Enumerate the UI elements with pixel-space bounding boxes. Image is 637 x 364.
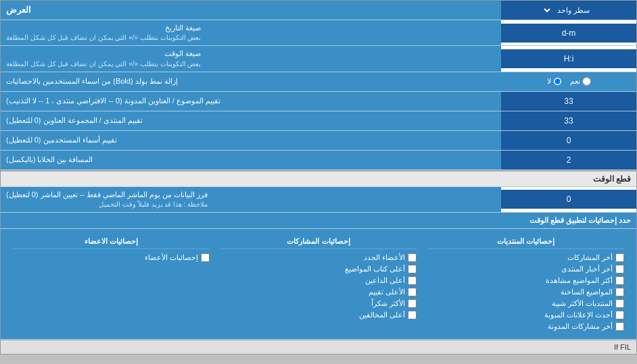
top-online-label[interactable]: أعلى الداعين: [365, 276, 405, 285]
time-format-row: صيغة الوقت بعض التكوينات يتطلب «/» التي …: [1, 46, 636, 72]
time-format-main-label: صيغة الوقت: [6, 49, 201, 59]
list-item: أكثر المواضيع مشاهدة: [427, 275, 624, 286]
list-item: أخر أخبار المنتدى: [427, 263, 624, 275]
bold-radio-section: نعم لا: [501, 72, 636, 91]
stats-members-label[interactable]: إحصائيات الأعضاء: [145, 253, 198, 262]
top-posters-checkbox[interactable]: [408, 265, 417, 274]
time-format-label: صيغة الوقت بعض التكوينات يتطلب «/» التي …: [1, 46, 501, 71]
topic-order-input-wrapper[interactable]: [501, 92, 636, 111]
forum-news-checkbox[interactable]: [615, 265, 624, 274]
bold-no-text: لا: [547, 77, 551, 86]
top-rated-label[interactable]: الأعلى تقييم: [369, 288, 405, 296]
time-format-input-wrapper[interactable]: [501, 49, 636, 68]
cutoff-input[interactable]: [504, 194, 634, 204]
col1-header: إحصائيات المنتديات: [427, 236, 624, 249]
cell-spacing-input-wrapper[interactable]: [501, 151, 636, 170]
list-item: أعلى كتاب المواضيع: [220, 263, 417, 275]
bold-radio-no-label[interactable]: لا: [547, 77, 562, 86]
cutoff-main-label: فرز البيانات من يوم الماشر الماضي فقط --…: [6, 190, 208, 200]
topic-order-input[interactable]: [504, 97, 634, 106]
new-members-checkbox[interactable]: [408, 253, 417, 262]
checkbox-grid: إحصائيات المنتديات أخر المشاركات أخر أخب…: [7, 233, 630, 335]
top-ignored-label[interactable]: أعلى المخالفين: [359, 311, 405, 319]
time-format-input[interactable]: [504, 54, 634, 63]
user-order-row: تقييم أسماء المستخدمين (0 للتعطيل): [1, 131, 636, 151]
list-item: المنتديات الأكثر شبية: [427, 298, 624, 309]
list-item: الأكثر شكراً: [220, 298, 417, 309]
forum-news-label[interactable]: أخر أخبار المنتدى: [561, 265, 613, 274]
footer-text: If FIL: [1, 340, 636, 354]
cutoff-input-wrapper[interactable]: [501, 190, 636, 209]
display-select[interactable]: سطر واحد سطرين ثلاثة أسطر: [542, 5, 595, 16]
list-item: أعلى الداعين: [220, 275, 417, 286]
cutoff-label: فرز البيانات من يوم الماشر الماضي فقط --…: [1, 187, 501, 212]
bold-radio-yes-label[interactable]: نعم: [570, 77, 591, 86]
checkboxes-area: إحصائيات المنتديات أخر المشاركات أخر أخب…: [1, 229, 636, 340]
list-item: الأعلى تقييم: [220, 286, 417, 298]
stats-limit-label: حدد إحصائيات لتطبيق قطع الوقت: [1, 213, 636, 228]
recent-ads-checkbox[interactable]: [615, 311, 624, 319]
latest-topics-checkbox[interactable]: [615, 288, 624, 296]
recent-ads-label[interactable]: أحدث الإعلانات المبوبة: [544, 311, 613, 319]
main-container: سطر واحد سطرين ثلاثة أسطر العرض صيغة الت…: [0, 0, 637, 355]
bold-yes-text: نعم: [570, 77, 580, 86]
col2-section: إحصائيات المشاركات الأعضاء الجدد أعلى كت…: [215, 233, 423, 335]
list-item: الأعضاء الجدد: [220, 252, 417, 263]
noted-contributions-label[interactable]: أخر مشاركات المدونة: [548, 322, 613, 331]
forum-order-input[interactable]: [504, 116, 634, 126]
most-viewed-label[interactable]: أكثر المواضيع مشاهدة: [546, 276, 613, 285]
user-order-label: تقييم أسماء المستخدمين (0 للتعطيل): [1, 131, 501, 150]
list-item: أعلى المخالفين: [220, 309, 417, 321]
cell-spacing-input[interactable]: [504, 155, 634, 165]
stats-limit-row: حدد إحصائيات لتطبيق قطع الوقت: [1, 213, 636, 229]
latest-posts-checkbox[interactable]: [615, 253, 624, 262]
top-posters-label[interactable]: أعلى كتاب المواضيع: [345, 265, 405, 274]
user-order-input-wrapper[interactable]: [501, 131, 636, 150]
cutoff-section-header: قطع الوقت: [1, 170, 636, 187]
display-select-wrapper[interactable]: سطر واحد سطرين ثلاثة أسطر: [501, 1, 636, 20]
new-members-label[interactable]: الأعضاء الجدد: [364, 253, 405, 262]
date-format-input[interactable]: [504, 28, 634, 38]
bold-radio-no[interactable]: [553, 77, 562, 86]
date-format-input-wrapper[interactable]: [501, 24, 636, 43]
most-viewed-checkbox[interactable]: [615, 276, 624, 285]
cell-spacing-row: المسافة بين الخلايا (بالبكسل): [1, 151, 636, 170]
list-item: المواضيع الساخنة: [427, 286, 624, 298]
list-item: أخر مشاركات المدونة: [427, 321, 624, 332]
cutoff-sub-label: ملاحظة : هذا قد يزيد قليلاً وقت التحميل: [6, 200, 208, 209]
forum-order-input-wrapper[interactable]: [501, 111, 636, 130]
most-thanks-checkbox[interactable]: [408, 299, 417, 308]
noted-contributions-checkbox[interactable]: [615, 322, 624, 331]
date-format-label: صيغة التاريخ بعض التكوينات يتطلب «/» الت…: [1, 20, 501, 45]
bold-remove-label: إزالة نمط بولد (Bold) من اسماء المستخدمي…: [1, 72, 501, 91]
col1-section: إحصائيات المنتديات أخر المشاركات أخر أخب…: [422, 233, 630, 335]
similar-forums-label[interactable]: المنتديات الأكثر شبية: [552, 299, 613, 308]
top-ignored-checkbox[interactable]: [408, 311, 417, 319]
forum-order-row: تقييم المنتدى / المجموعة العناوين (0 للت…: [1, 111, 636, 131]
col3-section: إحصائيات الاعضاء إحصائيات الأعضاء: [7, 233, 215, 335]
list-item: أحدث الإعلانات المبوبة: [427, 309, 624, 321]
page-title: العرض: [1, 1, 501, 20]
cell-spacing-label: المسافة بين الخلايا (بالبكسل): [1, 151, 501, 170]
top-online-checkbox[interactable]: [408, 276, 417, 285]
list-item: أخر المشاركات: [427, 252, 624, 263]
similar-forums-checkbox[interactable]: [615, 299, 624, 308]
header-row: سطر واحد سطرين ثلاثة أسطر العرض: [1, 1, 636, 20]
most-thanks-label[interactable]: الأكثر شكراً: [371, 299, 405, 308]
user-order-input[interactable]: [504, 136, 634, 145]
bold-radio-yes[interactable]: [582, 77, 591, 86]
col3-header: إحصائيات الاعضاء: [13, 236, 210, 249]
cutoff-row: فرز البيانات من يوم الماشر الماضي فقط --…: [1, 187, 636, 213]
top-rated-checkbox[interactable]: [408, 288, 417, 296]
date-format-row: صيغة التاريخ بعض التكوينات يتطلب «/» الت…: [1, 20, 636, 46]
list-item: إحصائيات الأعضاء: [13, 252, 210, 263]
col2-header: إحصائيات المشاركات: [220, 236, 417, 249]
latest-posts-label[interactable]: أخر المشاركات: [567, 253, 613, 262]
topic-order-row: تقييم الموضوع / العناوين المدونة (0 -- ا…: [1, 92, 636, 111]
date-format-sub-label: بعض التكوينات يتطلب «/» التي يمكن ان تضا…: [6, 33, 201, 43]
date-format-main-label: صيغة التاريخ: [6, 23, 201, 33]
latest-topics-label[interactable]: المواضيع الساخنة: [561, 288, 613, 296]
bold-remove-row: نعم لا إزالة نمط بولد (Bold) من اسماء ال…: [1, 72, 636, 92]
stats-members-checkbox[interactable]: [201, 253, 210, 262]
forum-order-label: تقييم المنتدى / المجموعة العناوين (0 للت…: [1, 111, 501, 130]
